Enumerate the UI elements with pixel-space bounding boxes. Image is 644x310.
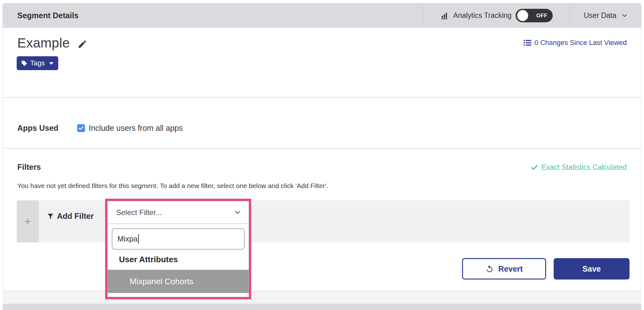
filter-search-input[interactable]: Mixpa — [112, 228, 245, 250]
analytics-tracking-toggle[interactable]: OFF — [516, 9, 553, 22]
card-header: Segment Details Analytics Tracking OFF U… — [3, 3, 641, 28]
revert-button[interactable]: Revert — [462, 258, 546, 280]
text-cursor — [138, 234, 139, 244]
filters-heading: Filters — [17, 163, 41, 172]
exact-statistics-status: Exact Statistics Calculated — [531, 163, 627, 172]
add-filter-plus-button[interactable]: + — [17, 200, 39, 242]
filter-search-value: Mixpa — [117, 235, 138, 243]
include-all-apps-label: Include users from all apps — [89, 124, 183, 133]
section-divider — [3, 97, 641, 98]
include-all-apps-checkbox[interactable] — [77, 124, 85, 132]
user-data-dropdown[interactable]: User Data — [570, 3, 642, 28]
chevron-down-icon — [234, 209, 241, 216]
filter-dropdown-highlight: Select Filter... Mixpa User Attributes M… — [105, 199, 251, 299]
check-icon — [531, 164, 538, 171]
segment-name: Example — [17, 36, 70, 51]
add-filter-label: Add Filter — [57, 212, 94, 221]
filter-dropdown: Select Filter... Mixpa User Attributes M… — [107, 201, 249, 297]
caret-down-icon — [49, 62, 54, 65]
apps-used-label: Apps Used — [17, 124, 77, 133]
bar-chart-icon — [441, 11, 449, 20]
segment-name-row: Example — [17, 36, 87, 51]
dropdown-option-mixpanel-cohorts[interactable]: Mixpanel Cohorts — [108, 270, 249, 293]
filters-empty-message: You have not yet defined filters for thi… — [17, 182, 328, 190]
revert-button-label: Revert — [498, 264, 523, 274]
filter-funnel-icon — [47, 213, 54, 220]
save-button[interactable]: Save — [554, 258, 630, 280]
add-filter-label-group: Add Filter — [47, 210, 94, 222]
edit-pencil-icon[interactable] — [77, 39, 87, 49]
page-background-strip — [3, 291, 641, 304]
filter-dropdown-panel: Mixpa User Attributes Mixpanel Cohorts — [108, 224, 249, 297]
user-data-label: User Data — [584, 11, 617, 20]
select-filter-placeholder: Select Filter... — [116, 208, 162, 217]
section-divider — [3, 148, 641, 149]
change-list-icon — [523, 40, 531, 46]
tag-icon — [21, 60, 27, 66]
analytics-tracking-label: Analytics Tracking — [453, 11, 511, 20]
exact-statistics-label: Exact Statistics Calculated — [541, 163, 627, 172]
changes-since-last-viewed-link[interactable]: 0 Changes Since Last Viewed — [523, 39, 627, 47]
page-title: Segment Details — [17, 3, 79, 28]
segment-details-card: Segment Details Analytics Tracking OFF U… — [3, 3, 641, 291]
checkmark-icon — [78, 125, 84, 131]
changes-link-label: 0 Changes Since Last Viewed — [534, 39, 627, 47]
tags-button[interactable]: Tags — [17, 56, 58, 70]
chevron-down-icon — [621, 12, 628, 19]
select-filter-dropdown[interactable]: Select Filter... — [108, 201, 249, 224]
toggle-state-label: OFF — [536, 9, 548, 22]
dropdown-group-label: User Attributes — [119, 255, 178, 264]
segment-details-page: Segment Details Analytics Tracking OFF U… — [0, 0, 644, 310]
next-section-header-bar — [3, 304, 641, 310]
revert-undo-icon — [485, 265, 494, 273]
analytics-tracking-group: Analytics Tracking OFF — [423, 3, 570, 28]
toggle-knob — [517, 10, 528, 21]
apps-used-row: Apps Used Include users from all apps — [17, 124, 183, 133]
plus-icon: + — [24, 215, 31, 228]
tags-button-label: Tags — [30, 59, 45, 67]
